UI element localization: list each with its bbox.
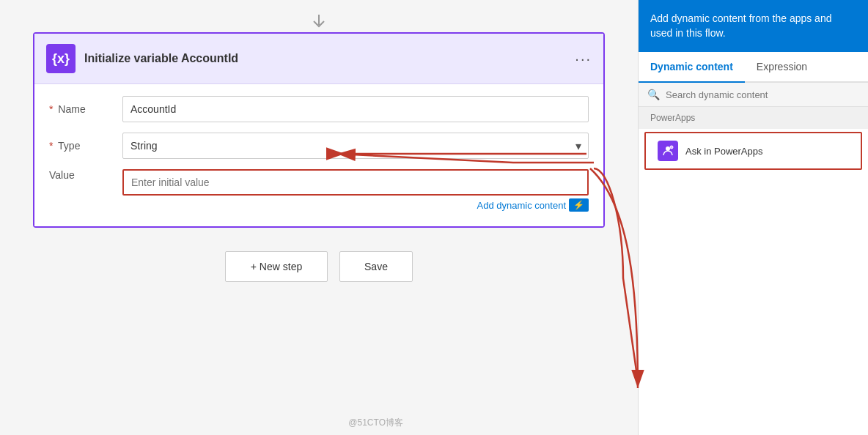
save-button[interactable]: Save [339, 251, 413, 282]
add-dynamic-link-area: Add dynamic content ⚡ [122, 198, 589, 212]
card-header-left: {x} Initialize variable AccountId [46, 44, 238, 73]
action-buttons: + New step Save [225, 251, 413, 282]
name-row: * Name [49, 96, 589, 122]
name-required-star: * [49, 103, 53, 115]
type-required-star: * [49, 140, 53, 152]
name-input[interactable] [122, 96, 589, 122]
connector-top [308, 15, 330, 29]
dynamic-content-search-input[interactable] [666, 89, 859, 100]
value-input[interactable] [122, 169, 589, 196]
new-step-button[interactable]: + New step [225, 251, 328, 282]
watermark: @51CTO博客 [348, 417, 403, 429]
card-header: {x} Initialize variable AccountId ··· [34, 34, 603, 84]
panel-header: Add dynamic content from the apps and us… [639, 0, 868, 52]
canvas-area: {x} Initialize variable AccountId ··· * … [0, 0, 638, 435]
ask-in-powerapps-item[interactable]: Ask in PowerApps [644, 132, 862, 170]
value-input-wrapper: Add dynamic content ⚡ [122, 169, 589, 212]
variable-icon: {x} [46, 44, 76, 73]
add-dynamic-content-link[interactable]: Add dynamic content ⚡ [477, 198, 589, 212]
ask-in-powerapps-label: Ask in PowerApps [685, 146, 763, 157]
panel-search-area: 🔍 [639, 83, 868, 107]
right-panel: Add dynamic content from the apps and us… [638, 0, 868, 435]
dynamic-content-toggle-button[interactable]: ⚡ [569, 198, 589, 212]
name-label: * Name [49, 103, 122, 115]
powerapps-section-label: PowerApps [639, 107, 868, 129]
svg-point-4 [670, 146, 673, 149]
card-body: * Name * Type String Integer Float Boole… [34, 84, 603, 226]
type-select[interactable]: String Integer Float Boolean Object Arra… [122, 133, 589, 159]
initialize-variable-card: {x} Initialize variable AccountId ··· * … [33, 32, 605, 228]
type-select-wrapper: String Integer Float Boolean Object Arra… [122, 133, 589, 159]
type-row: * Type String Integer Float Boolean Obje… [49, 133, 589, 159]
card-title: Initialize variable AccountId [84, 52, 238, 65]
tab-expression[interactable]: Expression [745, 52, 819, 83]
value-row: Value Add dynamic content ⚡ [49, 169, 589, 212]
search-icon: 🔍 [647, 89, 660, 100]
svg-point-3 [666, 146, 670, 151]
type-label: * Type [49, 140, 122, 152]
value-label: Value [49, 169, 122, 181]
tab-dynamic-content[interactable]: Dynamic content [639, 52, 745, 83]
panel-tabs: Dynamic content Expression [639, 52, 868, 83]
card-menu-button[interactable]: ··· [575, 51, 592, 67]
powerapps-item-icon [658, 141, 678, 161]
